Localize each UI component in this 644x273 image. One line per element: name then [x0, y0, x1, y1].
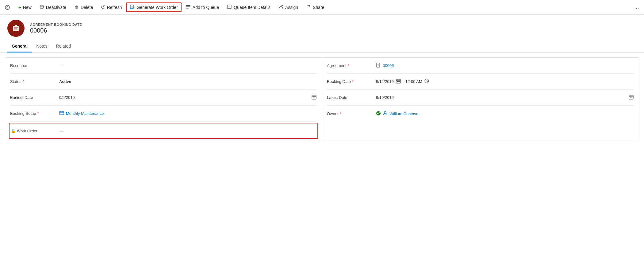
svg-rect-16: [314, 97, 314, 98]
owner-value: William Contoso: [376, 111, 634, 117]
form-col-left: Resource --- Status * Active Earliest Da…: [5, 58, 322, 140]
assign-label: Assign: [285, 5, 298, 10]
more-label: ...: [634, 4, 639, 10]
booking-setup-icon: [59, 111, 64, 116]
earliest-date-calendar-icon[interactable]: [311, 94, 317, 101]
latest-date-calendar-icon[interactable]: [628, 94, 634, 101]
booking-setup-label: Booking Setup *: [10, 111, 59, 116]
booking-date-value: 9/12/2019 12:00 AM: [376, 78, 634, 85]
new-button[interactable]: + New: [15, 3, 35, 12]
generate-work-order-icon: [130, 4, 135, 10]
form-col-right: Agreement * 00006 Booking Date * 9/12/2: [322, 58, 639, 140]
svg-point-30: [384, 111, 386, 113]
form-columns: Resource --- Status * Active Earliest Da…: [5, 58, 639, 140]
share-icon: [306, 4, 311, 10]
record-name: 00006: [30, 27, 82, 34]
svg-rect-26: [630, 97, 631, 98]
booking-setup-required: *: [37, 111, 39, 116]
queue-item-details-icon: [227, 4, 232, 10]
status-value: Active: [59, 79, 317, 84]
tab-notes[interactable]: Notes: [32, 41, 52, 53]
queue-item-details-button[interactable]: Queue Item Details: [223, 2, 274, 12]
svg-rect-10: [14, 27, 18, 28]
svg-rect-17: [315, 97, 315, 98]
work-order-label: 🔒 Work Order: [11, 129, 60, 133]
delete-icon: 🗑: [74, 5, 79, 10]
booking-setup-value: Monthly Maintenance: [59, 111, 317, 116]
agreement-label: Agreement *: [327, 63, 376, 68]
owner-label: Owner *: [327, 111, 376, 116]
svg-rect-13: [15, 25, 17, 26]
status-row: Status * Active: [10, 74, 317, 90]
agreement-link[interactable]: 00006: [383, 63, 394, 68]
booking-setup-row: Booking Setup * Monthly Maintenance: [10, 106, 317, 122]
latest-date-value: 9/19/2019: [376, 94, 634, 101]
svg-rect-21: [397, 81, 398, 82]
assign-button[interactable]: Assign: [275, 2, 302, 12]
svg-rect-6: [186, 8, 189, 9]
share-button[interactable]: Share: [302, 2, 328, 12]
refresh-icon: ↺: [101, 4, 105, 10]
plus-icon: +: [18, 5, 21, 10]
generate-work-order-button[interactable]: Generate Work Order: [126, 2, 181, 12]
svg-rect-11: [14, 28, 17, 29]
svg-rect-27: [631, 97, 631, 98]
svg-rect-28: [632, 97, 632, 98]
work-order-row: 🔒 Work Order ---: [9, 123, 318, 139]
generate-work-order-label: Generate Work Order: [136, 5, 178, 10]
resource-label: Resource: [10, 63, 59, 68]
earliest-date-label: Earliest Date: [10, 95, 59, 100]
toolbar: + New Deactivate 🗑 Delete ↺ Refresh Gene…: [0, 0, 644, 15]
tabs-bar: General Notes Related: [0, 41, 644, 53]
booking-date-calendar-icon[interactable]: [396, 78, 401, 85]
record-title-block: AGREEMENT BOOKING DATE 00006: [30, 23, 82, 34]
booking-date-row: Booking Date * 9/12/2019 12:00 AM: [327, 74, 634, 90]
booking-date-required: *: [352, 79, 354, 84]
svg-rect-7: [228, 5, 231, 9]
work-order-value: ---: [60, 129, 316, 133]
svg-rect-23: [399, 81, 400, 82]
booking-date-time: 12:00 AM: [405, 79, 422, 84]
delete-button[interactable]: 🗑 Delete: [71, 3, 97, 12]
booking-setup-link[interactable]: Monthly Maintenance: [66, 111, 104, 116]
refresh-button[interactable]: ↺ Refresh: [97, 2, 125, 12]
record-avatar: [7, 20, 25, 37]
assign-icon: [278, 4, 283, 10]
agreement-value: 00006: [376, 63, 634, 68]
add-to-queue-icon: [186, 4, 191, 10]
latest-date-row: Latest Date 9/19/2019: [327, 90, 634, 106]
record-header: AGREEMENT BOOKING DATE 00006: [0, 15, 644, 41]
svg-point-8: [280, 5, 282, 7]
owner-name-link[interactable]: William Contoso: [389, 111, 418, 116]
owner-person-icon: [383, 111, 388, 117]
queue-item-details-label: Queue Item Details: [234, 5, 270, 10]
tab-related[interactable]: Related: [52, 41, 75, 53]
deactivate-icon: [40, 5, 44, 10]
booking-date-date: 9/12/2019: [376, 79, 394, 84]
more-button[interactable]: ...: [632, 2, 642, 12]
deactivate-button[interactable]: Deactivate: [36, 3, 70, 12]
resource-value: ---: [59, 63, 317, 68]
work-order-lock-icon: 🔒: [11, 129, 16, 133]
back-button[interactable]: [2, 2, 12, 12]
refresh-label: Refresh: [107, 5, 122, 10]
booking-date-clock-icon[interactable]: [424, 78, 429, 85]
add-to-queue-button[interactable]: Add to Queue: [182, 2, 223, 12]
svg-rect-18: [59, 111, 64, 115]
owner-required: *: [340, 111, 341, 116]
svg-rect-12: [14, 29, 17, 29]
agreement-doc-icon: [376, 63, 381, 68]
form-section: Resource --- Status * Active Earliest Da…: [5, 57, 639, 140]
deactivate-label: Deactivate: [46, 5, 66, 10]
svg-rect-15: [313, 97, 313, 98]
latest-date-label: Latest Date: [327, 95, 376, 100]
owner-row: Owner * William Contoso: [327, 106, 634, 122]
booking-date-label: Booking Date *: [327, 79, 376, 84]
share-label: Share: [313, 5, 324, 10]
add-to-queue-label: Add to Queue: [193, 5, 219, 10]
record-entity: AGREEMENT BOOKING DATE: [30, 23, 82, 26]
tab-general[interactable]: General: [7, 41, 32, 53]
svg-rect-5: [186, 6, 190, 7]
status-label: Status *: [10, 79, 59, 84]
svg-rect-22: [398, 81, 399, 82]
